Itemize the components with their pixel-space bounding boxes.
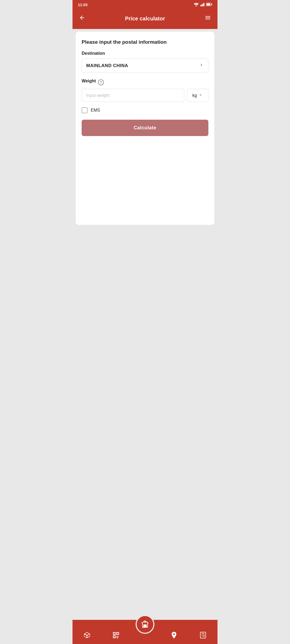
menu-button[interactable] (204, 14, 212, 23)
kg-unit-selector[interactable]: kg (187, 89, 208, 102)
svg-rect-1 (200, 5, 201, 6)
wifi-icon (194, 3, 199, 7)
calculate-button[interactable]: Calculate (82, 120, 208, 136)
help-icon[interactable]: ? (98, 79, 104, 85)
destination-value: MAINLAND CHINA (86, 63, 199, 68)
status-icons (194, 3, 212, 7)
destination-selector[interactable]: MAINLAND CHINA (82, 58, 208, 73)
signal-icon (200, 3, 205, 7)
page-title: Price calculator (86, 16, 204, 22)
svg-rect-2 (201, 4, 202, 6)
chevron-right-icon (199, 63, 204, 69)
svg-rect-7 (211, 4, 212, 5)
back-button[interactable] (78, 14, 86, 23)
weight-input[interactable] (82, 89, 184, 102)
status-bar: 11:03 (73, 0, 218, 10)
app-header: Price calculator (73, 10, 218, 29)
svg-point-0 (196, 6, 197, 6)
weight-label: Weight (82, 79, 96, 83)
svg-rect-6 (206, 3, 210, 6)
kg-label: kg (193, 93, 197, 98)
ems-checkbox-row[interactable]: EMS (82, 107, 208, 113)
svg-rect-4 (204, 3, 204, 6)
form-title: Please input the postal information (82, 39, 208, 45)
kg-chevron-icon (198, 93, 203, 98)
svg-rect-3 (202, 3, 203, 6)
weight-row: kg (82, 89, 208, 102)
ems-label: EMS (91, 108, 100, 113)
main-card: Please input the postal information Dest… (76, 32, 214, 225)
ems-checkbox[interactable] (82, 107, 88, 113)
battery-icon (206, 3, 212, 7)
status-time: 11:03 (78, 3, 88, 7)
weight-label-row: Weight ? (82, 79, 208, 86)
destination-label: Destination (82, 51, 208, 56)
